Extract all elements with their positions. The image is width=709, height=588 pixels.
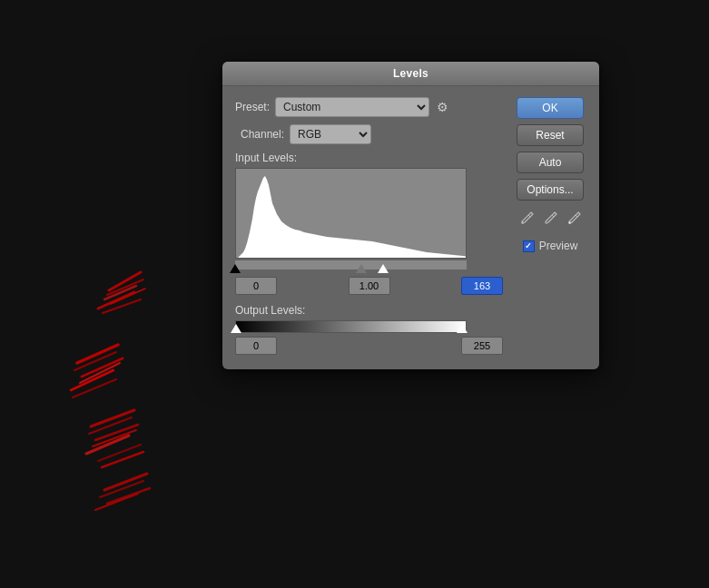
midtone-input-thumb[interactable] [356, 264, 367, 273]
output-levels-label: Output Levels: [235, 304, 503, 317]
gear-button[interactable]: ⚙ [433, 98, 452, 116]
histogram-container [235, 168, 467, 259]
svg-line-18 [102, 452, 143, 467]
preview-label: Preview [539, 240, 578, 252]
histogram-chart [236, 169, 467, 259]
ok-button[interactable]: OK [517, 97, 584, 119]
white-input[interactable] [461, 277, 503, 295]
dialog-body: Preset: Custom Default Darker Increase C… [222, 86, 599, 355]
black-input[interactable] [235, 277, 277, 295]
levels-dialog: Levels Preset: Custom Default Darker Inc… [222, 62, 599, 369]
preview-checkbox[interactable]: ✓ [523, 240, 535, 252]
svg-line-5 [103, 299, 141, 313]
reset-button[interactable]: Reset [517, 124, 584, 146]
svg-line-8 [82, 358, 123, 377]
preset-select[interactable]: Custom Default Darker Increase Contrast … [275, 97, 429, 117]
gear-icon: ⚙ [437, 100, 448, 114]
input-levels-values [235, 277, 503, 295]
black-output-thumb[interactable] [231, 324, 241, 333]
right-panel: OK Reset Auto Options... [514, 97, 586, 355]
svg-point-25 [521, 221, 523, 223]
gray-eyedropper-button[interactable] [541, 210, 559, 230]
output-levels-values [235, 337, 503, 355]
channel-row: Channel: RGB Red Green Blue [235, 124, 503, 144]
input-levels-label: Input Levels: [235, 152, 503, 164]
svg-marker-24 [236, 176, 467, 259]
dialog-titlebar: Levels [222, 62, 599, 86]
svg-point-27 [545, 221, 547, 223]
black-eyedropper-icon [519, 211, 534, 226]
preset-row: Preset: Custom Default Darker Increase C… [235, 97, 503, 117]
output-slider-track [235, 320, 467, 333]
svg-point-29 [568, 221, 570, 223]
preset-label: Preset: [235, 101, 270, 113]
svg-line-26 [528, 215, 530, 217]
white-output-thumb[interactable] [457, 324, 468, 333]
black-input-thumb[interactable] [230, 264, 241, 273]
input-levels-section: Input Levels: [235, 152, 503, 295]
auto-button[interactable]: Auto [517, 152, 584, 173]
eyedropper-row [517, 210, 583, 230]
svg-line-28 [552, 215, 554, 217]
channel-select[interactable]: RGB Red Green Blue [290, 124, 371, 144]
output-white-input[interactable] [461, 337, 503, 355]
svg-line-30 [576, 215, 577, 217]
left-panel: Preset: Custom Default Darker Increase C… [235, 97, 503, 355]
gray-eyedropper-icon [543, 211, 557, 226]
channel-label: Channel: [241, 128, 284, 141]
output-black-input[interactable] [235, 337, 277, 355]
output-levels-section: Output Levels: [235, 304, 503, 355]
preview-row: ✓ Preview [523, 240, 578, 252]
black-eyedropper-button[interactable] [517, 210, 536, 230]
svg-line-11 [73, 379, 116, 397]
svg-line-21 [107, 488, 150, 504]
white-eyedropper-button[interactable] [565, 210, 583, 230]
white-eyedropper-icon [566, 211, 581, 226]
white-input-thumb[interactable] [378, 264, 389, 273]
input-slider-track [235, 260, 467, 273]
midtone-input[interactable] [349, 277, 390, 295]
dialog-title: Levels [393, 67, 428, 80]
options-button[interactable]: Options... [517, 179, 584, 201]
